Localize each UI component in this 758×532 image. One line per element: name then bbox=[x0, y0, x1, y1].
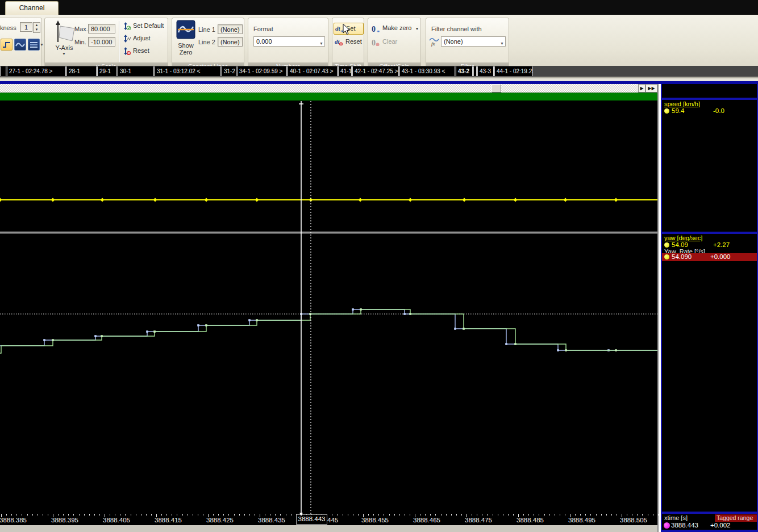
axis-tick bbox=[477, 514, 477, 516]
scroll-end-button[interactable]: ▶▶ bbox=[645, 84, 657, 93]
segment-item[interactable]: 43-3 bbox=[477, 66, 494, 76]
list-display-toggle[interactable] bbox=[28, 39, 40, 51]
segment-item[interactable]: 43-1 - 03:30.93 < bbox=[399, 66, 455, 76]
axis-tick bbox=[451, 514, 452, 516]
line1-value[interactable]: (None) bbox=[218, 24, 243, 34]
segment-item[interactable]: 43-2 bbox=[456, 66, 473, 76]
segment-item[interactable]: 44-1 - 02:19.25 > bbox=[494, 66, 533, 76]
yaw-channel-title[interactable]: yaw [deg/sec] bbox=[664, 234, 702, 241]
segment-item[interactable]: 31-2 bbox=[222, 66, 236, 76]
axis-tick bbox=[131, 514, 131, 516]
step-display-toggle[interactable] bbox=[1, 39, 13, 51]
axis-tick bbox=[218, 514, 219, 516]
axis-tick bbox=[637, 514, 638, 516]
chart-area[interactable] bbox=[0, 100, 657, 514]
axis-tick bbox=[410, 514, 410, 516]
max-input[interactable]: 80.000 bbox=[88, 24, 115, 33]
format-dropdown[interactable]: 0.000 ▼ bbox=[253, 36, 325, 47]
xtime-title[interactable]: xtime [s] bbox=[664, 514, 688, 521]
axis-tick bbox=[239, 514, 240, 516]
axis-tick bbox=[6, 514, 7, 516]
make-zero-button[interactable]: 0 ✳ Make zero ▼ bbox=[372, 24, 419, 31]
axis-tick bbox=[188, 514, 188, 516]
scroll-right-button[interactable]: ▶ bbox=[638, 84, 645, 93]
axis-tick bbox=[223, 514, 224, 516]
axis-label: 3888.395 bbox=[51, 517, 78, 523]
axis-tick bbox=[43, 514, 43, 516]
segment-item[interactable]: 34-1 - 02:09.59 > bbox=[237, 66, 287, 76]
smooth-display-toggle[interactable] bbox=[14, 39, 26, 51]
y-axis-dropdown-arrow: ▼ bbox=[62, 52, 66, 56]
axis-tick bbox=[73, 514, 74, 516]
h-scrollbar-thumb[interactable] bbox=[492, 84, 501, 93]
clear-button[interactable]: 0 Clear bbox=[372, 38, 397, 45]
yaw-delta: +2.27 bbox=[713, 241, 730, 248]
dt-set-icon: dt ✳ bbox=[335, 24, 343, 32]
tab-channel[interactable]: Channel bbox=[5, 1, 59, 15]
axis-tick bbox=[358, 514, 359, 516]
y-axis-button[interactable]: Y-Axis ▼ bbox=[51, 19, 78, 55]
axis-tick bbox=[270, 514, 270, 516]
axis-tick bbox=[435, 514, 436, 516]
axis-tick bbox=[606, 514, 607, 516]
axis-tick bbox=[94, 514, 95, 516]
yawrate-delta: +0.000 bbox=[710, 253, 731, 260]
segment-item[interactable]: 31-1 - 03:12.02 < bbox=[155, 66, 221, 76]
axis-tick bbox=[508, 514, 509, 516]
axis-tick bbox=[503, 514, 503, 516]
channel-legend-panel: speed [km/h] 59.4 -0.0 yaw [deg/sec] 54.… bbox=[661, 84, 758, 532]
show-zero-button[interactable]: Show Zero bbox=[176, 20, 196, 54]
svg-text:0: 0 bbox=[372, 39, 376, 46]
segment-item[interactable]: 28-1 bbox=[66, 66, 97, 76]
make-zero-dropdown-arrow: ▼ bbox=[415, 27, 419, 31]
axis-label: 3888.465 bbox=[413, 517, 440, 523]
segment-item[interactable]: 30-1 bbox=[118, 66, 154, 76]
axis-tick bbox=[166, 514, 167, 516]
axis-tick bbox=[151, 514, 152, 516]
adjust-button[interactable]: Adjust bbox=[123, 35, 151, 41]
segment-item[interactable] bbox=[0, 66, 6, 76]
display-dropdown-arrow[interactable]: ▼ bbox=[40, 43, 44, 47]
time-shift-reset-button[interactable]: dt Reset bbox=[334, 36, 364, 47]
line2-value[interactable]: (None) bbox=[218, 37, 243, 47]
axis-tick bbox=[611, 514, 612, 516]
axis-tick bbox=[193, 514, 193, 516]
axis-tick bbox=[653, 514, 653, 516]
filter-dropdown-arrow: ▼ bbox=[500, 39, 504, 48]
segment-item[interactable]: 41-1 bbox=[338, 66, 352, 76]
line1-label: Line 1 bbox=[198, 26, 215, 33]
axis-tick bbox=[590, 514, 591, 516]
segment-item[interactable]: 42-1 - 02:47.25 > bbox=[352, 66, 399, 76]
group-numbers: Format 0.000 ▼ Numbers bbox=[248, 18, 328, 71]
h-scrollbar-track[interactable] bbox=[0, 84, 638, 93]
cursor-time-box[interactable]: 3888.443 bbox=[296, 514, 327, 525]
thickness-value[interactable]: 1 bbox=[20, 22, 32, 32]
filter-dropdown[interactable]: (None) ▼ bbox=[441, 36, 506, 47]
axis-label: 3888.415 bbox=[155, 517, 182, 523]
group-display: kness 1 ▲▼ ▼ bbox=[0, 18, 42, 71]
min-label: Min. bbox=[74, 39, 86, 45]
axis-tick bbox=[79, 514, 80, 516]
axis-tick bbox=[136, 514, 136, 516]
speed-channel-title[interactable]: speed [km/h] bbox=[664, 100, 700, 107]
segment-item[interactable]: 40-1 - 02:07.43 > bbox=[288, 66, 338, 76]
segment-item[interactable]: 27-1 - 02:24.78 > bbox=[7, 66, 66, 76]
segment-item[interactable] bbox=[473, 66, 477, 76]
legend-section-border bbox=[662, 232, 757, 234]
axis-tick bbox=[182, 514, 183, 516]
segment-item[interactable]: 29-1 bbox=[97, 66, 117, 76]
axis-tick bbox=[99, 514, 100, 516]
set-default-button[interactable]: Set Default bbox=[123, 22, 164, 29]
axis-tick bbox=[255, 514, 255, 516]
axis-tick bbox=[580, 514, 581, 516]
axis-tick bbox=[38, 514, 38, 516]
min-input[interactable]: -10.000 bbox=[88, 37, 115, 47]
axis-tick bbox=[280, 514, 281, 516]
segment-bar: 27-1 - 02:24.78 >28-129-130-131-1 - 03:1… bbox=[0, 66, 758, 77]
axis-label: 3888.455 bbox=[361, 517, 389, 523]
set-default-icon bbox=[123, 22, 131, 30]
y-scale-reset-button[interactable]: Reset bbox=[123, 47, 149, 54]
axis-tick bbox=[430, 514, 431, 516]
axis-tick bbox=[405, 514, 405, 516]
thickness-stepper[interactable]: ▲▼ bbox=[33, 22, 40, 33]
